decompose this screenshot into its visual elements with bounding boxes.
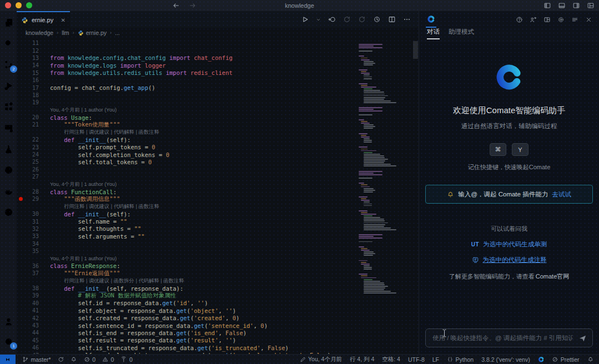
code-line[interactable]: 24 self.completion_tokens = 0 xyxy=(17,151,358,158)
step-back-icon[interactable] xyxy=(328,16,336,23)
run-icon[interactable] xyxy=(301,16,309,23)
code-line[interactable]: 13from knowledge.config.chat_config impo… xyxy=(17,54,358,62)
code-line[interactable]: 40 self.id = response_data.get('id', '') xyxy=(17,300,358,307)
chat-input-box[interactable] xyxy=(425,328,593,347)
code-line[interactable]: 39 # 解析 JSON 数据并赋值给对象属性 xyxy=(17,292,358,299)
code-editor[interactable]: 111213from knowledge.config.chat_config … xyxy=(17,38,419,354)
code-line[interactable]: 25 self.total_tokens = 0 xyxy=(17,158,358,165)
code-line[interactable]: 29 """函数调用信息""" xyxy=(17,195,358,203)
code-line[interactable]: 22 def __init__(self): xyxy=(17,136,358,143)
minimap[interactable] xyxy=(359,40,410,294)
problems-warnings[interactable]: 0 xyxy=(102,356,114,363)
code-line[interactable]: 12 xyxy=(17,47,358,54)
chevron-down-icon[interactable] xyxy=(316,17,321,22)
activity-item-test-flask[interactable] xyxy=(2,143,14,155)
comate-logo-tab[interactable] xyxy=(426,11,436,28)
problems-errors[interactable]: 0 xyxy=(84,356,95,363)
comate-status[interactable] xyxy=(538,356,545,363)
gitlens-blame[interactable]: You, 4个月前 xyxy=(300,356,342,363)
code-line[interactable]: 44 self.is_end = response_data.get('is_e… xyxy=(17,329,358,336)
cursor-position[interactable]: 行 4, 列 4 xyxy=(350,356,374,363)
layout-sidebar-left-icon[interactable] xyxy=(543,2,551,9)
code-line[interactable]: 46 self.is_truncated = response_data.get… xyxy=(17,344,358,351)
codelens[interactable]: You, 4个月前 | 1 author (You) xyxy=(17,180,358,188)
prettier[interactable]: Prettier xyxy=(552,356,579,363)
breakpoint-gutter[interactable] xyxy=(17,197,24,201)
breadcrumb-item[interactable]: llm xyxy=(62,29,69,36)
scrollbar-thumb[interactable] xyxy=(413,41,418,59)
window-icon[interactable] xyxy=(543,16,551,23)
eol[interactable]: LF xyxy=(432,356,439,363)
remote-indicator[interactable] xyxy=(0,355,16,364)
activity-item-run-debug[interactable] xyxy=(2,79,14,92)
code-line[interactable]: 42 self.created = response_data.get('cre… xyxy=(17,314,358,321)
tab-assistant-mode[interactable]: 助理模式 xyxy=(449,28,474,38)
code-line[interactable]: 23 self.prompt_tokens = 0 xyxy=(17,143,358,150)
more-actions-icon[interactable] xyxy=(403,16,411,23)
git-branch[interactable]: master* xyxy=(22,356,51,363)
help-icon[interactable] xyxy=(516,16,523,23)
tab-chat[interactable]: 对话 xyxy=(427,28,440,39)
refresh-icon[interactable] xyxy=(358,16,366,23)
breadcrumb-item[interactable]: knowledge xyxy=(26,29,53,36)
breadcrumb-item[interactable]: ernie.py xyxy=(78,29,107,36)
git-sync[interactable] xyxy=(58,356,64,363)
code-line[interactable]: 45 self.result = response_data.get('resu… xyxy=(17,337,358,344)
code-line[interactable]: 21 """Token使用量""" xyxy=(17,121,358,128)
code-line[interactable]: 36class ErnieResponse: xyxy=(17,262,358,270)
code-line[interactable]: 16 xyxy=(17,77,358,84)
breadcrumb-item[interactable]: ... xyxy=(115,29,120,36)
suggestion-link[interactable]: 为选中的代码生成注释 xyxy=(472,256,547,264)
try-it-link[interactable]: 去试试 xyxy=(552,190,571,199)
code-line[interactable]: 31 self.name = "" xyxy=(17,218,358,225)
code-line[interactable]: 33 self.arguments = "" xyxy=(17,232,358,240)
code-line[interactable]: 26 xyxy=(17,166,358,173)
code-line[interactable]: 43 self.sentence_id = response_data.get(… xyxy=(17,322,358,329)
codelens[interactable]: 行间注释 | 调优建议 | 函数拆分 | 代码解释 | 函数注释 xyxy=(17,277,358,285)
activity-item-settings-gear[interactable]: 1 xyxy=(2,335,14,347)
python-interpreter[interactable]: 3.8.2 ('venv': venv) xyxy=(481,356,530,363)
ports[interactable]: 0 xyxy=(120,356,132,363)
activity-item-compass[interactable] xyxy=(2,206,14,218)
layout-panel-icon[interactable] xyxy=(558,2,566,9)
code-line[interactable]: 14from knowledge.logs import logger xyxy=(17,62,358,69)
code-line[interactable]: 35 xyxy=(17,247,358,255)
notifications-bell[interactable] xyxy=(71,356,77,363)
code-line[interactable]: 30 def __init__(self): xyxy=(17,210,358,218)
code-line[interactable]: 11 xyxy=(17,39,358,47)
notifications[interactable] xyxy=(587,356,594,363)
codelens[interactable]: You, 4个月前 | 1 author (You) xyxy=(17,255,358,262)
codelens[interactable]: 行间注释 | 调优建议 | 代码解释 | 函数注释 xyxy=(17,129,358,136)
code-line[interactable]: 27 xyxy=(17,173,358,180)
code-line[interactable]: 32 self.thoughts = "" xyxy=(17,225,358,232)
code-line[interactable]: 28class FunctionCall: xyxy=(17,188,358,195)
debug-profile-icon[interactable] xyxy=(373,16,381,23)
close-tab-icon[interactable]: ✕ xyxy=(61,17,66,23)
activity-item-extensions[interactable] xyxy=(2,100,14,113)
code-line[interactable]: 19 xyxy=(17,99,358,106)
comate-site-link[interactable]: Comate官网 xyxy=(536,273,570,280)
activity-item-source-control[interactable]: 2 xyxy=(2,58,14,70)
code-line[interactable]: 34 xyxy=(17,240,358,247)
activity-item-docker[interactable] xyxy=(2,185,14,197)
code-line[interactable]: 38 def __init__(self, response_data): xyxy=(17,285,358,292)
code-line[interactable]: 17config = chat_config.get_app() xyxy=(17,84,358,91)
chat-input[interactable] xyxy=(431,334,574,342)
layout-customize-icon[interactable] xyxy=(587,2,595,9)
language-mode[interactable]: Python xyxy=(447,356,474,363)
refresh-icon[interactable] xyxy=(343,16,351,23)
send-icon[interactable] xyxy=(578,334,587,342)
activity-item-search[interactable] xyxy=(2,37,14,49)
history-icon[interactable] xyxy=(571,16,578,23)
code-line[interactable]: 18 xyxy=(17,92,358,99)
close-icon[interactable] xyxy=(585,16,592,23)
codelens[interactable]: You, 4个月前 | 1 author (You) xyxy=(17,107,358,114)
code-line[interactable]: 20class Usage: xyxy=(17,114,358,121)
codelens[interactable]: 行间注释 | 调优建议 | 代码解释 | 函数注释 xyxy=(17,203,358,210)
activity-item-remote-explorer[interactable] xyxy=(2,122,14,134)
activity-item-files[interactable] xyxy=(2,16,14,28)
indentation[interactable]: 空格: 4 xyxy=(382,356,400,363)
activity-item-pen-circle[interactable] xyxy=(2,164,14,176)
breakpoint-dot[interactable] xyxy=(19,197,23,201)
suggestion-link[interactable]: UT为选中的代码生成单测 xyxy=(471,240,547,249)
